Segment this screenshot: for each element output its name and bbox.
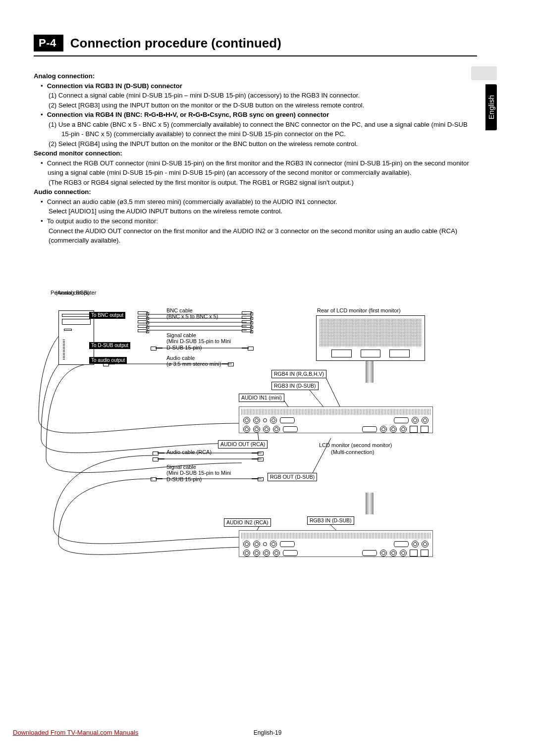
dsub-plug-icon	[242, 346, 254, 350]
rca-plug-icon	[153, 457, 164, 461]
rgb3-step-2: (2) Select [RGB3] using the INPUT button…	[34, 101, 477, 110]
label-pc-sub: (Analog RGB)	[55, 290, 89, 296]
heading-rgb4: Connection via RGB4 IN (BNC: R•G•B•H•V, …	[47, 111, 329, 118]
heading-analog: Analog connection:	[34, 72, 95, 80]
monitor-stand-icon	[366, 361, 374, 383]
label-audio-cable-rca: Audio cable (RCA)	[166, 449, 212, 455]
body-text: Analog connection: Connection via RGB3 I…	[34, 71, 477, 246]
connector-panel-second	[239, 530, 433, 557]
label-rgb3-in: RGB3 IN (D-SUB)	[271, 382, 319, 390]
label-to-dsub: To D-SUB output	[89, 342, 130, 349]
label-bnc-cable-sub: (BNC x 5 to BNC x 5)	[166, 313, 218, 320]
heading-rgb3: Connection via RGB3 IN (D-SUB) connector	[47, 82, 182, 90]
label-sig-cable-sub: (Mini D-SUB 15-pin to Mini D-SUB 15-pin)	[166, 338, 236, 351]
svg-line-7	[323, 373, 341, 408]
monitor-rear-icon	[316, 315, 425, 361]
label-second-monitor-sub: (Multi-connection)	[331, 449, 374, 455]
audio-bullet-2: To output audio to the second monitor:	[34, 216, 477, 226]
language-tab: English	[485, 84, 497, 130]
thumb-tab-decor	[471, 66, 497, 80]
label-rgb-out: RGB OUT (D-SUB)	[268, 473, 317, 481]
second-monitor-text: Connect the RGB OUT connector (mini D-SU…	[34, 158, 477, 178]
label-rgb3-in-2: RGB3 IN (D-SUB)	[307, 516, 354, 525]
rgb4-step-1: (1) Use a BNC cable (BNC x 5 - BNC x 5) …	[34, 120, 477, 139]
label-to-bnc: To BNC output	[89, 312, 125, 319]
audio-bullet-2b: Connect the AUDIO OUT connector on the f…	[34, 226, 477, 246]
audio-plug-icon	[103, 362, 115, 366]
connector-panel-first	[239, 406, 433, 433]
bnc-plug-left-icon	[138, 311, 148, 332]
label-second-monitor: LCD monitor (second monitor)	[319, 442, 392, 449]
label-audio-out: AUDIO OUT (RCA)	[218, 440, 268, 449]
page-header: P-4 Connection procedure (continued)	[34, 35, 477, 56]
section-badge: P-4	[34, 35, 63, 51]
label-rear-first: Rear of LCD monitor (first monitor)	[317, 307, 401, 314]
label-audio-in2: AUDIO IN2 (RCA)	[224, 518, 271, 527]
rca-plug-icon	[252, 457, 264, 461]
dsub-plug-icon	[252, 477, 264, 481]
rca-plug-icon	[252, 451, 264, 455]
audio-plug-icon	[222, 362, 234, 366]
heading-audio: Audio connection:	[34, 188, 91, 196]
bnc-plug-right-icon	[242, 311, 252, 332]
audio-bullet-1b: Select [AUDIO1] using the AUDIO INPUT bu…	[34, 206, 477, 216]
label-sig-cable-2-sub: (Mini D-SUB 15-pin to Mini D-SUB 15-pin)	[166, 470, 236, 483]
heading-second-monitor: Second monitor connection:	[34, 150, 122, 157]
audio-bullet-1: Connect an audio cable (ø3.5 mm stereo m…	[34, 197, 477, 207]
rca-plug-icon	[153, 451, 164, 455]
rgb3-step-1: (1) Connect a signal cable (mini D-SUB 1…	[34, 91, 477, 101]
second-monitor-note: (The RGB3 or RGB4 signal selected by the…	[34, 178, 477, 188]
dsub-plug-icon	[151, 346, 162, 350]
label-audio-cable-sub: (ø 3.5 mm stereo mini)	[166, 361, 221, 367]
rgb4-step-2: (2) Select [RGB4] using the INPUT button…	[34, 139, 477, 149]
footer-page-number: English-19	[0, 729, 535, 736]
label-audio-in1: AUDIO IN1 (mini)	[239, 394, 284, 402]
label-rgb4-in: RGB4 IN (R,G,B,H,V)	[271, 370, 326, 378]
dsub-plug-icon	[151, 477, 162, 481]
monitor-stand-icon	[366, 493, 374, 514]
section-title: Connection procedure (continued)	[70, 36, 281, 51]
